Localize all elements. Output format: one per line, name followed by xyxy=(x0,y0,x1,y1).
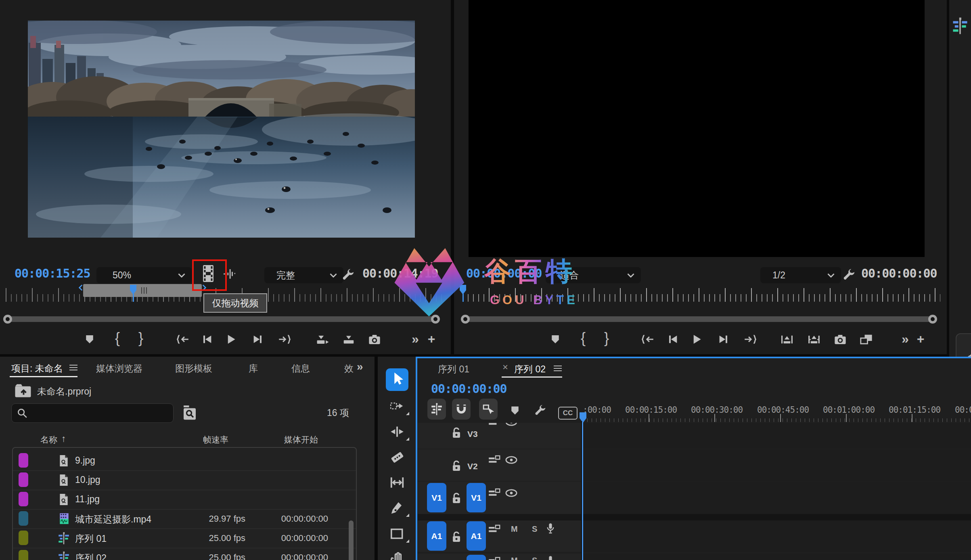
selection-tool[interactable] xyxy=(378,371,416,387)
overwrite-button[interactable] xyxy=(342,334,355,345)
table-row[interactable]: 序列 02 25.00 fps 00:00:00:00 xyxy=(13,548,356,560)
track-header-a1[interactable]: A1 A1 M S xyxy=(418,520,581,552)
lock-icon[interactable] xyxy=(451,492,462,505)
mic-icon[interactable] xyxy=(546,523,555,534)
add-marker-button[interactable] xyxy=(85,333,94,345)
track-lane-a2[interactable] xyxy=(582,554,971,560)
track-header-v1[interactable]: V1 V1 xyxy=(418,482,581,514)
track-target-a2-button[interactable] xyxy=(467,555,486,560)
sequence-icon[interactable] xyxy=(952,15,968,37)
tab-graphics-templates[interactable]: 图形模板 xyxy=(175,362,212,375)
mark-in-button[interactable]: { xyxy=(113,330,121,346)
track-select-forward-tool[interactable] xyxy=(378,399,416,414)
sync-lock-icon[interactable] xyxy=(488,488,500,498)
add-button[interactable]: + xyxy=(426,332,437,346)
navigate-up-icon[interactable] xyxy=(15,383,31,398)
source-zoom-range-bar[interactable] xyxy=(83,284,202,297)
panel-menu-icon[interactable] xyxy=(69,365,77,370)
ripple-edit-tool[interactable] xyxy=(378,424,416,439)
track-header-v3[interactable]: V3 xyxy=(418,423,581,449)
program-mark-in-button[interactable]: { xyxy=(579,330,587,346)
track-header-v2[interactable]: V2 xyxy=(418,449,581,481)
lift-button[interactable] xyxy=(781,334,793,345)
program-go-to-in-button[interactable] xyxy=(640,334,654,345)
label-chip[interactable] xyxy=(19,531,28,545)
program-ruler[interactable] xyxy=(462,288,940,302)
source-preview-video[interactable] xyxy=(28,21,415,238)
label-chip[interactable] xyxy=(19,550,28,560)
rectangle-tool[interactable] xyxy=(378,527,416,541)
tab-libraries[interactable]: 库 xyxy=(249,362,258,375)
step-back-button[interactable] xyxy=(202,334,213,345)
tab-info[interactable]: 信息 xyxy=(291,362,310,375)
program-zoom-select[interactable]: 适合 xyxy=(546,267,641,283)
track-lane-v1[interactable] xyxy=(582,482,971,514)
source-settings-wrench-button[interactable] xyxy=(340,267,356,282)
sort-up-icon[interactable]: ↑ xyxy=(61,433,66,444)
sync-lock-icon[interactable] xyxy=(488,524,500,534)
timeline-settings-wrench-button[interactable] xyxy=(533,403,547,417)
eye-icon[interactable] xyxy=(505,489,517,497)
sync-lock-icon[interactable] xyxy=(488,455,500,465)
list-scrollbar[interactable] xyxy=(349,520,354,560)
label-chip[interactable] xyxy=(19,511,28,526)
lock-icon[interactable] xyxy=(451,460,462,473)
track-label[interactable]: V3 xyxy=(467,429,478,439)
program-go-to-out-button[interactable] xyxy=(744,334,758,345)
insert-button[interactable] xyxy=(316,334,330,345)
sync-lock-icon[interactable] xyxy=(488,557,500,560)
export-frame-button[interactable] xyxy=(368,334,381,345)
extract-button[interactable] xyxy=(808,334,820,345)
track-target-v1-button[interactable]: V1 xyxy=(467,483,486,512)
source-zoom-select[interactable]: 50% xyxy=(96,267,192,283)
mute-button[interactable]: M xyxy=(511,556,518,560)
timeline-timecode[interactable]: 00:00:00:00 xyxy=(431,382,507,396)
nest-sequence-toggle[interactable] xyxy=(427,399,446,420)
source-patch-a1-button[interactable]: A1 xyxy=(427,521,446,551)
tab-close-icon[interactable]: × xyxy=(502,361,508,373)
timeline-tab-seq02[interactable]: 序列 02 xyxy=(514,363,546,376)
tab-effects-truncated[interactable]: 效 xyxy=(344,362,354,375)
project-file-name[interactable]: 未命名.prproj xyxy=(37,385,91,398)
play-button[interactable] xyxy=(226,334,236,345)
zoom-bar-grip[interactable] xyxy=(141,287,147,294)
pen-tool[interactable] xyxy=(378,501,416,515)
table-row[interactable]: 10.jpg xyxy=(13,470,356,490)
table-row[interactable]: 序列 01 25.00 fps 00:00:00:00 xyxy=(13,529,356,548)
table-row[interactable]: 9.jpg xyxy=(13,451,356,471)
program-settings-wrench-button[interactable] xyxy=(841,267,856,282)
program-scrollbar[interactable] xyxy=(465,316,932,322)
table-row[interactable]: 11.jpg xyxy=(13,490,356,510)
snap-toggle[interactable] xyxy=(452,399,471,420)
program-step-back-button[interactable] xyxy=(668,334,678,345)
mark-out-button[interactable]: } xyxy=(137,330,145,346)
source-patch-v1-button[interactable]: V1 xyxy=(427,483,446,512)
captions-cc-button[interactable]: CC xyxy=(558,407,578,420)
timeline-marker-button[interactable] xyxy=(510,405,520,416)
timeline-ruler-ticks[interactable] xyxy=(582,414,971,422)
lock-icon[interactable] xyxy=(451,427,462,440)
track-target-a1-button[interactable]: A1 xyxy=(467,521,486,551)
label-chip[interactable] xyxy=(19,492,28,506)
source-scrollbar-left-knob[interactable] xyxy=(3,315,12,324)
program-more-button[interactable]: » xyxy=(900,332,911,346)
program-preview-screen[interactable] xyxy=(469,0,925,257)
label-chip[interactable] xyxy=(19,453,28,468)
program-step-forward-button[interactable] xyxy=(718,334,728,345)
sync-lock-icon[interactable] xyxy=(488,423,500,427)
program-scrollbar-left-knob[interactable] xyxy=(461,315,470,324)
program-add-marker-button[interactable] xyxy=(551,333,560,345)
track-lane-a1[interactable] xyxy=(582,520,971,552)
program-scrollbar-right-knob[interactable] xyxy=(928,315,937,324)
column-name[interactable]: 名称 xyxy=(40,434,57,445)
track-lane-v2[interactable] xyxy=(582,449,971,481)
column-media-start[interactable]: 媒体开始 xyxy=(284,434,318,445)
tab-overflow-button[interactable]: » xyxy=(357,360,363,374)
comparison-view-button[interactable] xyxy=(859,334,873,345)
track-header-a2-partial[interactable]: M S xyxy=(418,554,581,560)
label-chip[interactable] xyxy=(19,472,28,487)
mic-icon[interactable] xyxy=(546,556,555,560)
program-add-button[interactable]: + xyxy=(915,332,926,346)
go-to-out-button[interactable] xyxy=(278,334,292,345)
razor-tool[interactable] xyxy=(378,450,416,464)
